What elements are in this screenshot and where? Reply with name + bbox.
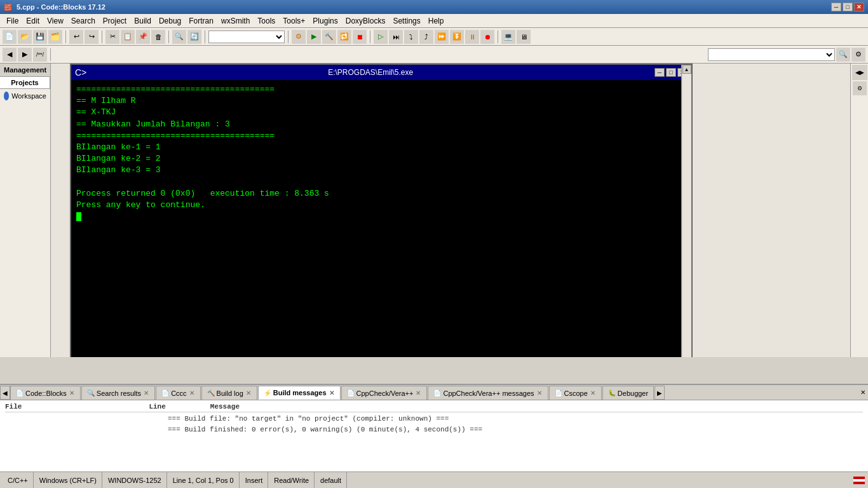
projects-tab[interactable]: Projects	[0, 77, 50, 88]
scroll-track[interactable]	[682, 80, 691, 357]
right-toolbar: ◀▶ ⚙	[850, 64, 868, 357]
bottom-content: File Line Message === Build file: "no ta…	[0, 400, 868, 471]
settings-button[interactable]: ⚙	[851, 48, 865, 62]
tab-cppcheck-msg[interactable]: 📄 CppCheck/Vera++ messages ✕	[428, 386, 548, 400]
tb2-btn2[interactable]: ▶	[18, 48, 32, 62]
tab-cccc-label: Cccc	[171, 390, 186, 397]
menu-view[interactable]: View	[43, 15, 67, 27]
compile-button[interactable]: ⚙	[292, 30, 306, 44]
tab-search-results-close[interactable]: ✕	[143, 390, 149, 396]
open-button[interactable]: 📂	[18, 30, 32, 44]
menu-settings[interactable]: Settings	[389, 15, 424, 27]
next-instr-button[interactable]: ⏩	[435, 30, 449, 44]
stop-button[interactable]: ⏹	[353, 30, 367, 44]
menu-fortran[interactable]: Fortran	[185, 15, 217, 27]
stop-debug-button[interactable]: ⏺	[480, 30, 494, 44]
target-dropdown[interactable]	[208, 30, 285, 43]
right-tb-btn1[interactable]: ◀▶	[852, 65, 867, 80]
pause-button[interactable]: ⏸	[465, 30, 479, 44]
search-dropdown[interactable]	[708, 48, 835, 61]
console-line-8	[76, 177, 686, 188]
menu-plugins[interactable]: Plugins	[309, 15, 341, 27]
copy-button[interactable]: 📋	[121, 30, 135, 44]
menu-project[interactable]: Project	[99, 15, 130, 27]
minimize-button[interactable]: ─	[831, 3, 841, 11]
build-row-1-message: === Build file: "no target" in "no proje…	[168, 414, 449, 424]
cut-button[interactable]: ✂	[105, 30, 119, 44]
delete-button[interactable]: 🗑	[151, 30, 165, 44]
right-tb-btn2[interactable]: ⚙	[853, 81, 867, 95]
rebuild-button[interactable]: 🔁	[337, 30, 351, 44]
console-line-9: Process returned 0 (0x0) execution time …	[76, 188, 686, 200]
menu-build[interactable]: Build	[130, 15, 155, 27]
menu-wxsmith[interactable]: wxSmith	[217, 15, 254, 27]
console-minimize[interactable]: ─	[654, 68, 665, 77]
menu-doxyblocks[interactable]: DoxyBlocks	[342, 15, 390, 27]
toolbar-1: 📄 📂 💾 🗂️ ↩ ↪ ✂ 📋 📌 🗑 🔍 🔄 ⚙ ▶ 🔨 🔁 ⏹ ▷ ⏭ ⤵…	[0, 28, 868, 46]
run-button[interactable]: ▶	[307, 30, 321, 44]
tab-build-messages-close[interactable]: ✕	[329, 390, 335, 396]
tab-cppcheck-close[interactable]: ✕	[415, 390, 421, 396]
tb2-btn1[interactable]: ◀	[3, 48, 17, 62]
search-button[interactable]: 🔍	[172, 30, 186, 44]
toolbar-sep-3	[168, 30, 169, 43]
tab-build-log-close[interactable]: ✕	[245, 390, 252, 396]
replace-button[interactable]: 🔄	[187, 30, 201, 44]
maximize-button[interactable]: □	[843, 3, 853, 11]
debugger-icon: 🐛	[608, 390, 616, 397]
menu-debug[interactable]: Debug	[155, 15, 185, 27]
tab-build-messages[interactable]: ⚡ Build messages ✕	[258, 386, 341, 400]
tab-debugger[interactable]: 🐛 Debugger	[602, 386, 654, 400]
console-maximize[interactable]: □	[666, 68, 676, 77]
debug-button[interactable]: ▷	[374, 30, 388, 44]
memory-button[interactable]: 🖥	[517, 30, 531, 44]
tab-search-results[interactable]: 🔍 Search results ✕	[81, 386, 155, 400]
management-label: Management	[0, 64, 50, 77]
workspace-item[interactable]: Workspace	[0, 89, 50, 103]
tab-codeblocks[interactable]: 📄 Code::Blocks ✕	[10, 386, 81, 400]
tab-cscope-close[interactable]: ✕	[590, 390, 596, 396]
new-file-button[interactable]: 📄	[3, 30, 17, 44]
tab-cppcheck-msg-close[interactable]: ✕	[536, 390, 543, 396]
tab-build-log[interactable]: 🔨 Build log ✕	[201, 386, 257, 400]
step-over-button[interactable]: ⏭	[389, 30, 403, 44]
cppcheck-msg-icon: 📄	[433, 390, 441, 397]
menu-search[interactable]: Search	[67, 15, 99, 27]
bottom-header: File Line Message	[5, 403, 863, 412]
build-row-1: === Build file: "no target" in "no proje…	[5, 414, 863, 424]
search-go-button[interactable]: 🔍	[836, 48, 850, 62]
tb2-btn3[interactable]: /**/	[33, 48, 47, 62]
save-button[interactable]: 💾	[33, 30, 47, 44]
redo-button[interactable]: ↪	[85, 30, 98, 44]
step-instr-button[interactable]: ⏬	[450, 30, 464, 44]
tab-cscope[interactable]: 📄 Cscope ✕	[549, 386, 602, 400]
main-area: Management Projects Workspace C> E:\PROG…	[0, 64, 868, 357]
console-window: C> E:\PROGDAS\Emil\5.exe ─ □ ✕ =========…	[70, 64, 693, 357]
build-button[interactable]: 🔨	[322, 30, 336, 44]
workspace-label: Workspace	[11, 92, 46, 100]
menu-file[interactable]: File	[3, 15, 22, 27]
status-language: C/C++	[3, 472, 34, 488]
menu-help[interactable]: Help	[424, 15, 448, 27]
tab-cccc-close[interactable]: ✕	[189, 390, 195, 396]
tabs-scroll-left[interactable]: ◀	[0, 386, 10, 400]
paste-button[interactable]: 📌	[136, 30, 150, 44]
menu-tools[interactable]: Tools	[254, 15, 279, 27]
tab-codeblocks-close[interactable]: ✕	[69, 390, 75, 396]
build-row-1-file	[5, 414, 119, 424]
step-out-button[interactable]: ⤴	[419, 30, 433, 44]
menu-tools-plus[interactable]: Tools+	[279, 15, 309, 27]
tab-cccc[interactable]: 📄 Cccc ✕	[156, 386, 200, 400]
cpu-reg-button[interactable]: 💻	[501, 30, 515, 44]
left-panel: Management Projects Workspace	[0, 64, 51, 357]
toolbar-sep-2	[102, 30, 102, 43]
close-panel-button[interactable]: ✕	[858, 388, 868, 398]
menu-edit[interactable]: Edit	[22, 15, 43, 27]
undo-button[interactable]: ↩	[69, 30, 83, 44]
tab-cppcheck[interactable]: 📄 CppCheck/Vera++ ✕	[341, 386, 428, 400]
close-button[interactable]: ✕	[854, 3, 864, 11]
col-line: Line	[149, 403, 165, 410]
tabs-scroll-right[interactable]: ▶	[654, 386, 665, 400]
step-in-button[interactable]: ⤵	[404, 30, 418, 44]
save-all-button[interactable]: 🗂️	[48, 30, 62, 44]
